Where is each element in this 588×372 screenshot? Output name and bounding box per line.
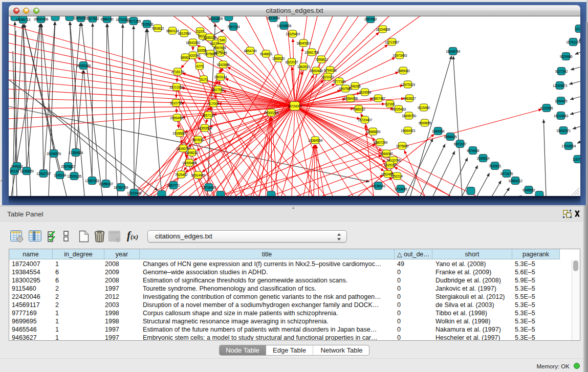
svg-text:16210643: 16210643 [554, 114, 568, 118]
svg-text:8471676: 8471676 [500, 172, 513, 176]
svg-text:1145194: 1145194 [54, 173, 66, 177]
svg-text:18807249: 18807249 [373, 141, 387, 144]
svg-text:7357224: 7357224 [227, 25, 240, 29]
svg-text:15720407: 15720407 [358, 118, 372, 122]
svg-text:8990448: 8990448 [310, 69, 323, 73]
svg-text:98961: 98961 [181, 56, 190, 59]
svg-text:11156829: 11156829 [20, 169, 34, 173]
svg-text:14136141: 14136141 [371, 184, 385, 188]
svg-text:17016504: 17016504 [561, 144, 576, 148]
svg-text:20300215: 20300215 [264, 111, 278, 115]
svg-text:10807487: 10807487 [371, 97, 385, 100]
svg-text:116753: 116753 [573, 158, 580, 161]
svg-text:16154808: 16154808 [376, 28, 390, 31]
svg-text:3875685: 3875685 [204, 52, 217, 56]
svg-text:20691406: 20691406 [34, 17, 48, 21]
svg-text:9115460: 9115460 [418, 106, 430, 110]
svg-text:9777169: 9777169 [333, 80, 346, 83]
svg-text:746266: 746266 [350, 84, 361, 88]
svg-text:9084067: 9084067 [380, 152, 393, 156]
svg-text:8912954: 8912954 [178, 32, 191, 35]
svg-text:2803144: 2803144 [214, 75, 227, 79]
svg-text:9463627: 9463627 [403, 97, 416, 100]
svg-text:7625402: 7625402 [175, 173, 188, 177]
svg-text:20975867: 20975867 [61, 165, 75, 168]
svg-text:2067608: 2067608 [213, 46, 226, 50]
svg-text:20053346: 20053346 [76, 64, 91, 68]
svg-text:1244415: 1244415 [555, 99, 568, 103]
svg-text:14055713: 14055713 [16, 18, 30, 21]
svg-text:7986322: 7986322 [353, 107, 365, 111]
svg-text:12353594: 12353594 [198, 126, 212, 130]
svg-text:8813054: 8813054 [267, 16, 280, 20]
svg-text:4275: 4275 [196, 64, 203, 68]
svg-text:12505135: 12505135 [67, 174, 81, 178]
svg-text:1527602: 1527602 [86, 17, 99, 20]
svg-text:15751074: 15751074 [566, 40, 580, 44]
svg-text:3267130: 3267130 [202, 114, 215, 117]
svg-text:1610755: 1610755 [170, 101, 183, 105]
svg-text:7663822: 7663822 [151, 27, 164, 30]
svg-text:9474444: 9474444 [467, 149, 480, 152]
svg-text:1362615: 1362615 [297, 65, 310, 69]
svg-text:7632621: 7632621 [489, 164, 502, 168]
svg-text:1640954: 1640954 [432, 129, 445, 133]
svg-text:1733426: 1733426 [395, 187, 407, 191]
svg-text:8427552: 8427552 [212, 88, 225, 92]
svg-text:9657771: 9657771 [167, 184, 180, 187]
svg-text:62160: 62160 [385, 102, 395, 106]
svg-text:9329966: 9329966 [560, 55, 573, 58]
svg-text:3624554: 3624554 [359, 91, 372, 94]
svg-text:12213967: 12213967 [385, 40, 399, 44]
svg-text:2718176: 2718176 [171, 70, 184, 74]
svg-text:15692971: 15692971 [556, 129, 571, 133]
svg-text:12942737: 12942737 [36, 172, 51, 176]
svg-text:6966160: 6966160 [101, 17, 114, 21]
svg-text:19166827: 19166827 [172, 132, 187, 135]
svg-text:16648784: 16648784 [446, 50, 460, 53]
svg-text:417004: 417004 [208, 102, 219, 105]
svg-text:18495750: 18495750 [402, 114, 416, 118]
svg-text:16782759: 16782759 [114, 186, 128, 189]
svg-text:9242848: 9242848 [217, 63, 230, 67]
svg-text:10671355: 10671355 [126, 19, 141, 23]
svg-text:20364436: 20364436 [343, 97, 358, 100]
svg-text:1588520: 1588520 [272, 57, 285, 60]
svg-text:2687682: 2687682 [364, 17, 377, 21]
svg-text:39134: 39134 [10, 169, 19, 173]
svg-text:8215955: 8215955 [540, 106, 553, 110]
svg-text:12923448: 12923448 [127, 191, 141, 195]
svg-text:7485063: 7485063 [397, 69, 410, 73]
svg-text:16058: 16058 [197, 49, 206, 52]
svg-text:7515526: 7515526 [141, 23, 154, 26]
svg-text:18724007: 18724007 [288, 104, 302, 108]
svg-text:11174: 11174 [575, 27, 580, 31]
svg-text:12093873: 12093873 [553, 84, 567, 87]
svg-text:1975692: 1975692 [396, 144, 409, 148]
svg-text:5498222: 5498222 [186, 151, 199, 155]
svg-text:13325419: 13325419 [286, 32, 300, 36]
svg-text:12975115: 12975115 [401, 83, 415, 86]
svg-text:12213369: 12213369 [169, 85, 184, 89]
svg-text:19654985: 19654985 [170, 116, 184, 120]
svg-text:1621022: 1621022 [321, 75, 334, 79]
svg-text:19654923: 19654923 [401, 129, 415, 133]
svg-text:9699695: 9699695 [419, 121, 431, 125]
svg-text:10958107: 10958107 [99, 182, 113, 186]
svg-text:20206576: 20206576 [47, 152, 61, 156]
svg-text:16053809: 16053809 [208, 17, 223, 20]
svg-text:14099488: 14099488 [182, 161, 197, 165]
svg-text:9860124: 9860124 [166, 29, 179, 33]
svg-text:17957253: 17957253 [85, 179, 99, 183]
svg-text:2935514: 2935514 [477, 157, 490, 160]
svg-text:6322037: 6322037 [286, 60, 298, 64]
svg-text:10025433: 10025433 [391, 107, 406, 111]
svg-text:7955812: 7955812 [315, 58, 328, 61]
svg-text:9227342: 9227342 [555, 70, 568, 73]
svg-text:8958925: 8958925 [444, 135, 457, 139]
svg-text:19384554: 19384554 [308, 139, 322, 142]
svg-text:10973493: 10973493 [393, 54, 407, 57]
svg-text:10654112: 10654112 [508, 179, 522, 183]
svg-text:19218506: 19218506 [277, 24, 291, 28]
svg-text:6794028: 6794028 [324, 69, 337, 72]
